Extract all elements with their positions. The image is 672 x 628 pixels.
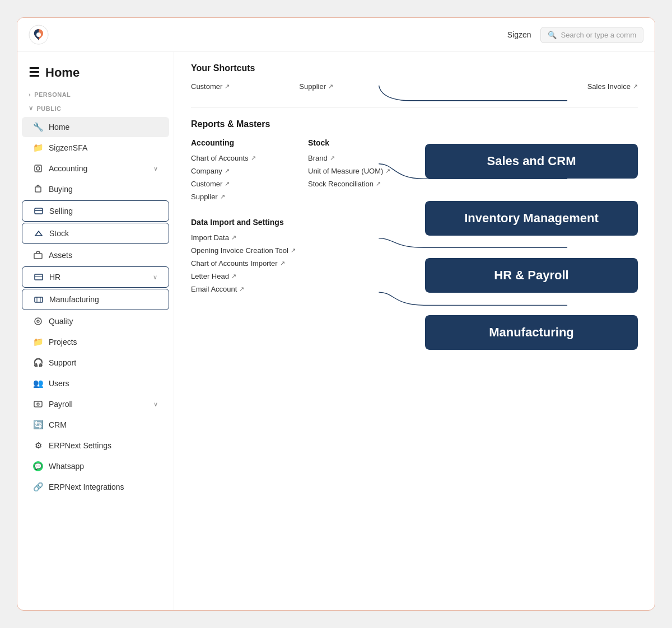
link-opening-invoice[interactable]: Opening Invoice Creation Tool ↗: [191, 246, 414, 255]
link-arrow: ↗: [385, 167, 390, 175]
sidebar-item-users[interactable]: 👥 Users: [22, 373, 169, 393]
link-arrow: ↗: [231, 234, 236, 241]
shortcut-sales-invoice[interactable]: Sales Invoice ↗: [587, 82, 638, 91]
sidebar-item-selling[interactable]: Selling: [22, 200, 169, 222]
link-arrow: ↗: [220, 193, 225, 200]
link-arrow: ↗: [231, 273, 236, 280]
sidebar: ☰ Home › PERSONAL ∨ PUBLIC 🔧 Home 📁 Sigz…: [17, 52, 174, 610]
card-manufacturing[interactable]: Manufacturing: [425, 315, 638, 350]
link-uom[interactable]: Unit of Measure (UOM) ↗: [308, 167, 414, 175]
manufacturing-icon: [34, 294, 44, 304]
stock-group-title: Stock: [308, 138, 414, 147]
link-customer[interactable]: Customer ↗: [191, 180, 297, 188]
left-column: Accounting Chart of Accounts ↗ Company ↗: [191, 138, 425, 361]
integrations-icon: 🔗: [33, 482, 43, 492]
svg-point-3: [36, 167, 40, 170]
sidebar-item-manufacturing[interactable]: Manufacturing: [22, 289, 169, 310]
card-inventory[interactable]: Inventory Management: [425, 201, 638, 236]
sidebar-item-whatsapp[interactable]: 💬 Whatsapp: [22, 456, 169, 476]
svg-rect-8: [35, 274, 43, 280]
link-arrow: ↗: [376, 180, 381, 188]
shortcut-arrow: ↗: [328, 83, 333, 90]
link-chart-importer[interactable]: Chart of Accounts Importer ↗: [191, 259, 414, 268]
link-arrow: ↗: [225, 180, 230, 188]
card-hr-payroll[interactable]: HR & Payroll: [425, 258, 638, 293]
data-import-section: Data Import and Settings Import Data ↗ O…: [191, 218, 414, 293]
topbar-search[interactable]: 🔍 Search or type a comm: [540, 27, 643, 43]
svg-rect-7: [34, 254, 42, 259]
svg-rect-10: [35, 297, 43, 302]
link-arrow: ↗: [330, 154, 335, 162]
sidebar-item-buying[interactable]: Buying: [22, 179, 169, 199]
content-with-cards: Accounting Chart of Accounts ↗ Company ↗: [191, 138, 638, 361]
link-company[interactable]: Company ↗: [191, 167, 297, 175]
stock-group: Stock Brand ↗ Unit of Measure (UOM) ↗: [308, 138, 414, 201]
svg-rect-4: [35, 187, 41, 192]
accounting-links: Chart of Accounts ↗ Company ↗ Customer: [191, 154, 297, 201]
stock-icon: [34, 228, 44, 238]
sidebar-item-accounting[interactable]: Accounting ∨: [22, 158, 169, 179]
hr-icon: [34, 272, 44, 282]
app-container: Sigzen 🔍 Search or type a comm ☰ Home › …: [17, 17, 655, 611]
body-layout: ☰ Home › PERSONAL ∨ PUBLIC 🔧 Home 📁 Sigz…: [17, 52, 655, 610]
support-icon: 🎧: [33, 358, 43, 368]
svg-rect-2: [35, 165, 41, 172]
sidebar-item-assets[interactable]: Assets: [22, 245, 169, 265]
sidebar-item-projects[interactable]: 📁 Projects: [22, 332, 169, 352]
sidebar-item-payroll[interactable]: Payroll ∨: [22, 394, 169, 414]
link-stock-reconciliation[interactable]: Stock Reconciliation ↗: [308, 180, 414, 188]
shortcut-supplier[interactable]: Supplier ↗: [299, 82, 333, 91]
sidebar-item-stock[interactable]: Stock: [22, 223, 169, 244]
selling-icon: [34, 206, 44, 216]
link-letter-head[interactable]: Letter Head ↗: [191, 272, 414, 280]
sidebar-item-erpnext-settings[interactable]: ⚙ ERPNext Settings: [22, 435, 169, 456]
link-arrow: ↗: [251, 154, 256, 162]
sidebar-item-erpnext-integrations[interactable]: 🔗 ERPNext Integrations: [22, 477, 169, 497]
card-sales-crm[interactable]: Sales and CRM: [425, 144, 638, 179]
public-section[interactable]: ∨ PUBLIC: [17, 102, 174, 116]
sigzensfa-icon: 📁: [33, 143, 43, 153]
sidebar-item-sigzensfa[interactable]: 📁 SigzenSFA: [22, 138, 169, 158]
erpnext-settings-icon: ⚙: [33, 440, 43, 451]
svg-rect-15: [34, 401, 42, 407]
link-arrow: ↗: [291, 247, 296, 254]
projects-icon: 📁: [33, 337, 43, 347]
shortcuts-title: Your Shortcuts: [191, 63, 638, 73]
link-brand[interactable]: Brand ↗: [308, 154, 414, 162]
data-import-links: Import Data ↗ Opening Invoice Creation T…: [191, 233, 414, 293]
payroll-chevron: ∨: [153, 401, 158, 408]
cards-column: Sales and CRM Inventory Management HR & …: [425, 144, 638, 361]
sidebar-item-crm[interactable]: 🔄 CRM: [22, 415, 169, 435]
reports-masters-wrapper: Reports & Masters Accounting Chart of Ac: [191, 119, 638, 361]
accounting-chevron: ∨: [153, 165, 158, 172]
stock-links: Brand ↗ Unit of Measure (UOM) ↗ Stock Re…: [308, 154, 414, 188]
link-arrow: ↗: [239, 285, 244, 293]
personal-arrow: ›: [29, 91, 31, 98]
personal-section[interactable]: › PERSONAL: [17, 89, 174, 102]
payroll-icon: [33, 399, 43, 409]
hamburger-icon[interactable]: ☰: [29, 65, 40, 80]
link-arrow: ↗: [225, 167, 230, 175]
crm-icon: 🔄: [33, 420, 43, 430]
right-column: Sales and CRM Inventory Management HR & …: [425, 138, 638, 361]
sidebar-item-quality[interactable]: Quality: [22, 311, 169, 331]
sidebar-item-hr[interactable]: HR ∨: [22, 266, 169, 288]
shortcut-customer[interactable]: Customer ↗: [191, 82, 230, 91]
app-logo[interactable]: [29, 25, 49, 45]
link-email-account[interactable]: Email Account ↗: [191, 285, 414, 293]
sidebar-item-home[interactable]: 🔧 Home: [22, 117, 169, 137]
link-import-data[interactable]: Import Data ↗: [191, 233, 414, 242]
assets-icon: [33, 250, 43, 260]
link-chart-of-accounts[interactable]: Chart of Accounts ↗: [191, 154, 297, 162]
topbar: Sigzen 🔍 Search or type a comm: [17, 18, 655, 52]
svg-point-1: [36, 32, 41, 37]
public-arrow: ∨: [29, 105, 34, 112]
search-icon: 🔍: [548, 31, 557, 39]
svg-point-13: [35, 318, 41, 325]
whatsapp-icon: 💬: [33, 461, 43, 471]
divider: [191, 107, 638, 108]
quality-icon: [33, 316, 43, 326]
link-arrow: ↗: [280, 260, 285, 267]
sidebar-item-support[interactable]: 🎧 Support: [22, 353, 169, 373]
link-supplier[interactable]: Supplier ↗: [191, 193, 297, 201]
